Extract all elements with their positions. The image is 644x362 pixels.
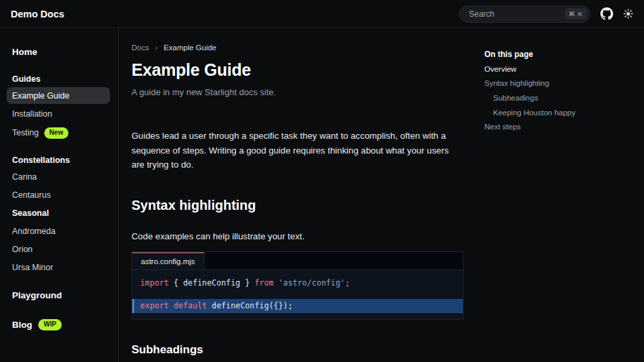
code-block: astro.config.mjs import { defineConfig }… [131,251,464,320]
article-content: Docs › Example Guide Example Guide A gui… [119,28,484,362]
sidebar-item-home[interactable]: Home [7,43,110,61]
sidebar-item-orion[interactable]: Orion [7,241,110,257]
sidebar-item-installation[interactable]: Installation [7,105,110,122]
site-title[interactable]: Demo Docs [11,9,64,19]
code-line-1: import { defineConfig } from 'astro/conf… [132,277,463,289]
wip-badge: WIP [38,319,62,330]
breadcrumb: Docs › Example Guide [131,44,466,52]
toc-title: On this page [484,47,644,62]
sidebar-item-label: Orion [12,245,33,254]
code-line-2 [132,289,463,299]
github-icon[interactable] [600,7,613,20]
sidebar-item-label: Ursa Minor [12,263,53,272]
syntax-paragraph: Code examples can help illustrate your t… [131,231,466,241]
sidebar-item-example-guide[interactable]: Example Guide [7,87,110,104]
heading-syntax-highlighting: Syntax highlighting [131,198,466,213]
sidebar-item-centaurus[interactable]: Centaurus [7,186,110,203]
toc-item-next-steps[interactable]: Next steps [484,119,644,134]
toc-item-subheadings[interactable]: Subheadings [484,90,644,105]
sidebar-item-carina[interactable]: Carina [7,168,110,185]
sidebar-item-testing[interactable]: Testing New [7,123,110,142]
heading-subheadings: Subheadings [131,343,466,357]
header-actions: Search ⌘ K [459,5,633,23]
sidebar-item-label: Seasonal [12,208,49,218]
sidebar-nav: Home Guides Example Guide Installation T… [0,28,119,362]
sidebar-item-label: Andromeda [12,227,56,236]
code-tab-bar: astro.config.mjs [132,252,463,270]
page-subtitle: A guide in my new Starlight docs site. [131,87,466,97]
theme-toggle-icon[interactable] [623,9,633,19]
sidebar-item-label: Example Guide [12,91,69,101]
code-tab-astro-config[interactable]: astro.config.mjs [132,252,205,269]
sidebar-item-playground[interactable]: Playground [7,286,110,304]
toc-item-keeping-houston-happy[interactable]: Keeping Houston happy [484,105,644,120]
sidebar-item-label: Installation [12,109,52,119]
new-badge: New [44,127,69,139]
table-of-contents: On this page Overview Syntax highlightin… [484,28,644,362]
sidebar-item-blog[interactable]: Blog WIP [7,315,110,335]
toc-item-overview[interactable]: Overview [484,62,644,76]
breadcrumb-docs[interactable]: Docs [131,44,149,52]
sidebar-item-label: Centaurus [12,190,51,200]
code-line-3-highlighted: export default defineConfig({}); [132,299,463,313]
sidebar-item-label: Carina [12,172,37,182]
sidebar-group-guides: Guides [7,70,110,87]
toc-item-syntax-highlighting[interactable]: Syntax highlighting [484,76,644,91]
search-placeholder: Search [469,9,494,19]
page-title: Example Guide [131,60,466,80]
search-input[interactable]: Search ⌘ K [459,5,590,23]
intro-paragraph: Guides lead a user through a specific ta… [131,129,449,172]
sidebar-subgroup-seasonal[interactable]: Seasonal [7,204,110,221]
sidebar-item-label: Blog [12,320,32,330]
sidebar-item-ursa-minor[interactable]: Ursa Minor [7,259,110,276]
sidebar-item-label: Testing [12,128,39,137]
chevron-right-icon: › [155,44,158,52]
sidebar-group-constellations: Constellations [7,152,110,168]
sidebar-item-andromeda[interactable]: Andromeda [7,223,110,239]
search-shortcut-badge: ⌘ K [565,8,587,20]
code-body[interactable]: import { defineConfig } from 'astro/conf… [132,270,463,319]
breadcrumb-current: Example Guide [164,44,217,52]
site-header: Demo Docs Search ⌘ K [0,0,644,28]
